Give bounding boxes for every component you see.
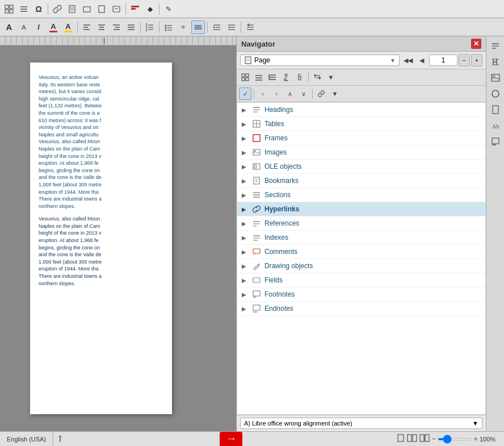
expand-icon-sections: ▶	[242, 192, 249, 198]
nav-tb-next[interactable]: ›	[270, 87, 283, 100]
toolbar-1: Ω ◆ ✎	[0, 0, 504, 18]
status-arrow-button[interactable]	[220, 432, 242, 447]
tb2-align-left[interactable]	[80, 20, 94, 34]
view-double-btn[interactable]	[407, 434, 417, 444]
rsb-circle[interactable]	[488, 86, 503, 101]
rsb-more[interactable]	[488, 134, 503, 149]
page-prev-prev[interactable]: ◀◀	[402, 54, 414, 66]
nav-tb-prev[interactable]: ‹	[257, 87, 269, 100]
nav-tb-settings[interactable]	[311, 71, 324, 84]
nav-tb-anchor[interactable]	[280, 71, 292, 84]
navigator-list: ▶ Headings ▶ Tables ▶	[237, 102, 486, 415]
rsb-format[interactable]	[488, 55, 503, 69]
nav-sep1	[308, 72, 309, 82]
bookmarks-label: Bookmarks	[264, 177, 481, 185]
zoom-plus[interactable]: +	[473, 435, 478, 443]
nav-item-frames[interactable]: ▶ Frames	[237, 131, 485, 145]
tb2-align-justify[interactable]	[124, 20, 138, 34]
nav-item-references[interactable]: ▶ References	[237, 216, 485, 231]
tb2-active-list[interactable]	[191, 20, 205, 34]
tb2-numbered-list[interactable]: ≡	[177, 20, 190, 34]
nav-tb-up[interactable]: ∧	[284, 87, 296, 100]
document-dropdown-label: A) Libre office wrong alignment (active)	[244, 420, 352, 427]
page-dropdown[interactable]: Page ▼	[240, 55, 400, 66]
nav-tb-down[interactable]: ∨	[297, 87, 310, 100]
page-prev[interactable]: ◀	[415, 54, 428, 66]
nav-item-footnotes[interactable]: ▶ Footnotes	[237, 287, 485, 302]
rsb-page[interactable]	[488, 102, 503, 117]
nav-item-drawing[interactable]: ▶ Drawing objects	[237, 259, 485, 273]
nav-item-indexes[interactable]: ▶ Indexes	[237, 231, 485, 245]
rsb-abc[interactable]: Ab	[488, 118, 503, 133]
nav-item-hyperlinks[interactable]: ▶ Hyperlinks	[237, 202, 485, 216]
tb2-font-a-big[interactable]: A	[2, 20, 16, 34]
nav-item-headings[interactable]: ▶ Headings	[237, 103, 485, 117]
nav-tb-link[interactable]	[315, 87, 327, 100]
tb1-btn-diamond[interactable]: ◆	[143, 2, 157, 16]
page-minus[interactable]: −	[459, 54, 470, 66]
navigator-close-button[interactable]: ✕	[471, 39, 481, 49]
tb2-font-a-small[interactable]: A	[17, 20, 31, 34]
indexes-icon	[252, 233, 261, 242]
nav-item-endnotes[interactable]: ▶ Endnotes	[237, 302, 485, 316]
view-book-btn[interactable]	[419, 434, 430, 444]
nav-item-ole[interactable]: ▶ OLE objects	[237, 160, 485, 174]
nav-tb-dropdown[interactable]: ▼	[325, 71, 337, 84]
sep5	[140, 22, 141, 33]
rsb-styles[interactable]	[488, 39, 503, 53]
tb1-btn-5[interactable]	[95, 2, 108, 16]
nav-tb-list1[interactable]	[253, 71, 265, 84]
svg-rect-127	[398, 435, 404, 441]
tb1-btn-4[interactable]	[80, 2, 94, 16]
tb2-rtl[interactable]	[243, 20, 257, 34]
document-dropdown[interactable]: A) Libre office wrong alignment (active)…	[240, 418, 482, 429]
tb2-align-center[interactable]	[95, 20, 108, 34]
tb1-btn-omega[interactable]: Ω	[32, 2, 45, 16]
tb2-indent-less[interactable]	[225, 20, 238, 34]
nav-item-sections[interactable]: ▶ Sections	[237, 188, 485, 202]
rsb-image[interactable]	[488, 70, 503, 85]
svg-rect-7	[69, 6, 75, 12]
nav-tb-check[interactable]: ✓	[239, 87, 251, 100]
nav-tb-link-dropdown[interactable]: ▼	[329, 87, 341, 100]
nav-tb-grid[interactable]	[239, 71, 251, 84]
tb2-text-color[interactable]: A	[47, 20, 60, 34]
tb1-btn-6[interactable]	[110, 2, 123, 16]
drawing-icon	[252, 261, 261, 270]
status-language: English (USA)	[0, 432, 53, 446]
nav-tb-list2[interactable]	[266, 71, 279, 84]
expand-icon-fields: ▶	[242, 277, 249, 284]
tb2-indent-more[interactable]	[210, 20, 224, 34]
nav-sep2	[254, 89, 254, 99]
headings-icon	[252, 105, 261, 114]
svg-rect-106	[253, 291, 260, 296]
zoom-minus[interactable]: −	[432, 435, 436, 443]
page-plus[interactable]: +	[471, 54, 482, 66]
zoom-slider[interactable]	[438, 438, 472, 440]
tb1-btn-pen[interactable]: ✎	[162, 2, 175, 16]
svg-rect-11	[99, 6, 104, 12]
page-number-input[interactable]	[429, 55, 457, 66]
status-cursor	[53, 435, 70, 443]
tb2-highlight[interactable]: A	[61, 20, 75, 34]
nav-item-comments[interactable]: ▶ Comments	[237, 245, 485, 259]
tb1-btn-1[interactable]	[2, 2, 16, 16]
nav-item-fields[interactable]: ▶ Fields	[237, 273, 485, 287]
nav-item-tables[interactable]: ▶ Tables	[237, 117, 485, 131]
svg-rect-108	[253, 305, 260, 310]
tb1-btn-link[interactable]	[51, 2, 64, 16]
tb1-btn-3[interactable]	[65, 2, 79, 16]
tb1-btn-cut[interactable]	[128, 2, 142, 16]
tb1-btn-2[interactable]	[17, 2, 31, 16]
sep3	[159, 3, 159, 15]
expand-icon-tables: ▶	[242, 121, 249, 127]
tb2-list[interactable]	[162, 20, 175, 34]
tb2-align-right[interactable]	[110, 20, 123, 34]
svg-rect-103	[253, 249, 260, 253]
nav-tb-attach[interactable]	[293, 71, 306, 84]
nav-item-bookmarks[interactable]: ▶ Bookmarks	[237, 174, 485, 188]
nav-item-images[interactable]: ▶ Images	[237, 145, 485, 160]
tb2-para-spacing[interactable]	[143, 20, 157, 34]
view-single-btn[interactable]	[397, 434, 405, 444]
tb2-italic[interactable]: I	[32, 20, 45, 34]
